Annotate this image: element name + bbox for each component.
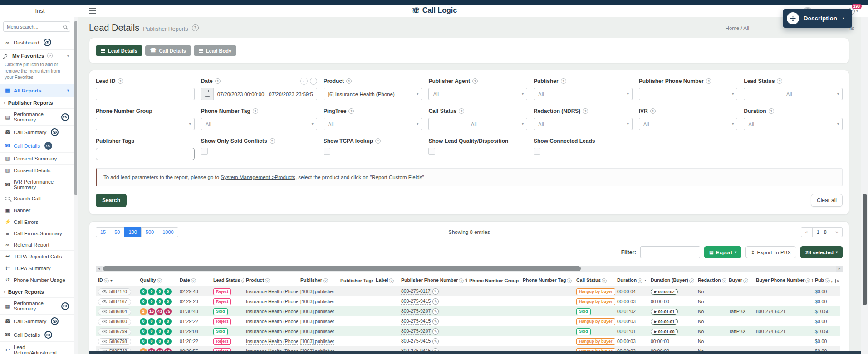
system-management-link[interactable]: System Management->Products <box>221 175 295 180</box>
menu-toggle-icon[interactable] <box>89 8 96 15</box>
page-scrollbar[interactable] <box>861 17 868 354</box>
sidebar-item-call-details[interactable]: ☎Call Details <box>0 139 74 152</box>
column-header-phone-number-tag[interactable]: Phone Number Tag? <box>520 273 574 286</box>
publisher-link[interactable]: [1003] publisher <box>300 319 334 325</box>
pager-next-button[interactable]: » <box>831 227 843 237</box>
page-size-500[interactable]: 500 <box>141 227 158 237</box>
play-recording-button[interactable]: ▶00:01:01 <box>651 309 678 315</box>
publisher-phone-link[interactable]: 800-275-9415 <box>401 318 431 325</box>
sidebar-item-search-call[interactable]: Search Call <box>0 193 74 204</box>
sidebar-item-performance-summary[interactable]: ▤Performance Summary <box>0 108 74 125</box>
lead-id-pill[interactable]: 5887170 <box>98 288 131 295</box>
selected-columns-button[interactable]: 28 selected▾ <box>800 246 843 258</box>
play-recording-button[interactable]: ▶00:01:00 <box>651 329 678 335</box>
scroll-left-icon[interactable]: ◄ <box>96 266 102 272</box>
tab-call-details[interactable]: ☎Call Details <box>145 45 191 56</box>
pager-prev-button[interactable]: « <box>801 227 813 237</box>
publisher-link[interactable]: [1003] publisher <box>300 309 334 315</box>
description-toggle-button[interactable]: Description ▲ <box>783 9 852 28</box>
search-button[interactable]: Search <box>96 194 127 207</box>
column-header-product[interactable]: Product? <box>244 273 298 286</box>
sidebar-item-call-details[interactable]: ☎Call Details <box>0 328 74 341</box>
table-filter-input[interactable] <box>640 246 700 258</box>
clear-all-button[interactable]: Clear all <box>811 194 843 207</box>
date-range-input[interactable]: 07/20/2023 00:00:00 - 07/20/2023 23:59:5 <box>201 88 317 100</box>
eye-icon[interactable] <box>61 302 69 310</box>
edit-icon[interactable]: ✎ <box>432 318 439 325</box>
tab-lead-details[interactable]: Lead Details <box>96 45 142 56</box>
sidebar-item-lead-return-adjustment[interactable]: ↩Lead Return/Adjustment <box>0 341 74 354</box>
product-link[interactable]: Insurance Health (Phone) <box>246 319 298 325</box>
lead-id-pill[interactable]: 5886800 <box>98 318 131 325</box>
publisher-phone-number-select[interactable]: ▾ <box>639 88 738 100</box>
product-link[interactable]: Insurance Health (Phone) <box>246 329 298 335</box>
menu-search[interactable] <box>3 21 70 32</box>
eye-icon[interactable] <box>102 340 107 343</box>
breadcrumb[interactable]: Home / All <box>726 25 749 31</box>
product-link[interactable]: Insurance Health (Phone) <box>246 339 298 345</box>
menu-search-input[interactable] <box>7 24 61 29</box>
export-to-pbx-button[interactable]: ↥Export To PBX <box>745 246 796 258</box>
publisher-link[interactable]: [1003] publisher <box>300 339 334 345</box>
eye-icon[interactable] <box>51 128 59 136</box>
sidebar-item-dashboard[interactable]: ∞ Dashboard <box>0 35 74 49</box>
eye-icon[interactable] <box>102 330 107 333</box>
page-size-15[interactable]: 15 <box>96 227 110 237</box>
column-header-call-status[interactable]: Call Status? <box>574 273 615 286</box>
sidebar-item-call-summary[interactable]: ☎Call Summary <box>0 125 74 139</box>
redaction-ndrs-select[interactable]: All▾ <box>534 118 633 130</box>
column-header-publisher[interactable]: Publisher? <box>298 273 338 286</box>
eye-icon[interactable] <box>51 317 59 325</box>
sidebar-scrollbar[interactable] <box>74 17 78 354</box>
show-connected-leads-checkbox[interactable] <box>534 148 540 155</box>
publisher-tags-input[interactable] <box>96 148 195 160</box>
column-header-date[interactable]: Date? <box>177 273 211 286</box>
product-select[interactable]: [6] Insurance Health (Phone)▾ <box>324 88 422 100</box>
section-header-buyer-reports[interactable]: ›Buyer Reports <box>0 286 74 297</box>
sidebar-item-referral-report[interactable]: ∞Referral Report <box>0 239 74 250</box>
publisher-phone-link[interactable]: 800-275-9207 <box>401 328 431 335</box>
export-button[interactable]: ▤Export▾ <box>704 246 741 258</box>
eye-icon[interactable] <box>102 290 107 293</box>
play-recording-button[interactable]: ▶00:00:02 <box>651 289 678 295</box>
edit-icon[interactable]: ✎ <box>432 288 439 295</box>
phone-number-group-select[interactable]: ▾ <box>96 118 195 130</box>
column-header-phone-number-group[interactable]: Phone Number Group <box>467 273 520 286</box>
ivr-select[interactable]: All▾ <box>639 118 738 130</box>
tab-lead-body[interactable]: Lead Body <box>194 45 236 56</box>
column-header-pub[interactable]: Pub? , $ <box>813 273 840 286</box>
page-size-100[interactable]: 100 <box>124 227 142 237</box>
publisher-select[interactable]: All▾ <box>534 88 633 100</box>
column-header-id[interactable]: ID?▼ <box>96 273 137 286</box>
date-prev-button[interactable]: ← <box>300 78 308 85</box>
eye-icon[interactable] <box>102 300 107 303</box>
pingtree-select[interactable]: All▾ <box>324 118 422 130</box>
edit-icon[interactable]: ✎ <box>432 298 439 305</box>
sidebar-item-call-errors-summary[interactable]: ≡Call Errors Summary <box>0 228 74 239</box>
product-link[interactable]: Insurance Health (Phone) <box>246 299 298 305</box>
page-scrollbar-thumb[interactable] <box>863 194 867 305</box>
show-only-sold-conflicts-checkbox[interactable] <box>201 148 208 155</box>
sidebar-item-call-summary[interactable]: ☎Call Summary <box>0 314 74 328</box>
eye-icon[interactable] <box>102 320 107 323</box>
phone-number-tag-select[interactable]: All▾ <box>201 118 317 130</box>
column-header-label[interactable]: Label? <box>373 273 399 286</box>
column-header-redaction[interactable]: Redaction? <box>696 273 726 286</box>
publisher-phone-link[interactable]: 800-275-9207 <box>401 308 431 315</box>
publisher-agent-select[interactable]: All▾ <box>428 88 527 100</box>
sidebar-item-call-errors[interactable]: ⚡Call Errors <box>0 216 74 228</box>
scroll-right-icon[interactable]: ► <box>836 266 843 272</box>
lead-id-input[interactable] <box>96 88 195 100</box>
sidebar-item-banner[interactable]: ▣Banner <box>0 204 74 216</box>
eye-icon[interactable] <box>102 310 107 313</box>
lead-id-pill[interactable]: 5886804 <box>98 308 131 315</box>
bottom-scrollbar[interactable] <box>89 351 861 354</box>
move-handle-icon[interactable] <box>787 12 799 24</box>
date-next-button[interactable]: → <box>310 78 317 85</box>
sidebar-scrollbar-thumb[interactable] <box>74 21 77 195</box>
play-recording-button[interactable]: ▶00:00:01 <box>651 319 678 325</box>
show-tcpa-lookup-checkbox[interactable] <box>324 148 330 155</box>
sidebar-item-all-reports[interactable]: ▦ All Reports ▾ <box>0 84 74 97</box>
sidebar-item-tcpa-rejected-calls[interactable]: ↩TCPA Rejected Calls <box>0 250 74 262</box>
sidebar-item-ivr-performance-summary[interactable]: ☎IVR Performance Summary <box>0 176 74 193</box>
